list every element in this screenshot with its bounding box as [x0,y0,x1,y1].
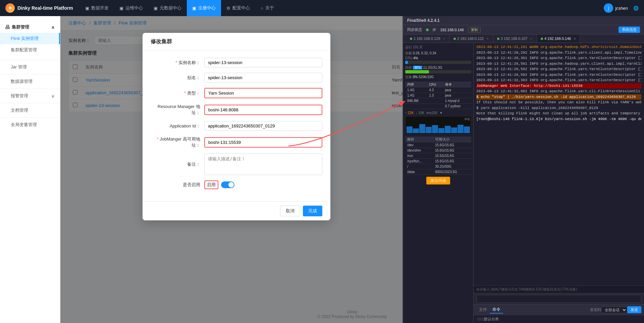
swap-label: 交换 0% 520K/10G [405,75,471,79]
terminal-output: 2023-09-13 12:41:21,161 WARN org.apache.… [474,43,644,285]
sidebar-item-alert[interactable]: 报警管理 ∨ [0,90,60,102]
app-logo[interactable]: ✦ Dinky Real-time Platform [5,3,73,13]
copy-button[interactable]: 复制 [468,27,481,33]
sidebar-cluster-section[interactable]: 品 集群管理 ∧ [0,21,60,33]
modal-footer: 取消 完成 [143,201,330,220]
log-line: Note that killing Flink might not clean … [476,111,641,116]
enable-text-label: 启用 [204,180,218,189]
terminal-tab-4[interactable]: 4 192.168.0.146 × [537,35,580,43]
nav-config[interactable]: ⚙ 配置中心 [221,0,255,16]
load-label: 负载 0.28, 0.32, 0.34 [405,51,471,56]
toggle-row: 启用 [204,180,234,189]
nav-data-dev[interactable]: ▣ 数据开发 [80,0,114,16]
form-row-resource-manager: Resource Manager 地址： [151,104,322,116]
bottom-bar: 文件 命令 发送到 全部会话 发送 [474,304,644,315]
send-button[interactable]: 发送 [627,306,641,313]
terminal-right: 2023-09-13 12:41:21,161 WARN org.apache.… [474,43,644,323]
sidebar-item-cluster-config[interactable]: 集群配置管理 [0,44,60,56]
sync-status-label: 同步状态 [407,27,422,32]
cmd-input[interactable] [476,295,641,303]
enable-toggle[interactable] [221,181,234,188]
form-row-app-id: Application Id： [151,121,322,131]
nav-register[interactable]: ▣ 注册中心 [187,0,221,16]
app-title: Dinky Real-time Platform [17,5,73,11]
nav-metadata[interactable]: ▣ 元数据中心 [148,0,187,16]
log-line: 2023-09-13 12:41:26,592 INFO org.apache.… [476,66,641,72]
log-line: If this should not be possible, then you… [476,100,641,105]
app-id-input[interactable] [204,121,322,131]
main-layout: 品 集群管理 ∧ Flink 实例管理 集群配置管理 Jar 管理 数据源管理 … [0,16,644,323]
log-line-cmd: [root@boshi-146 flink-1.13.6]# bin/yarn-… [476,116,641,122]
nav-ops[interactable]: ▣ 运维中心 [114,0,148,16]
tab4-close[interactable]: × [574,37,576,41]
process-row: 846.8M1 mysql d [405,98,471,104]
log-line: 2023-09-13 12:41:32,363 INFO org.apache.… [476,77,641,83]
sys-info-panel: 运行 131 天 负载 0.28, 0.32, 0.34 CPU 4% 内存 3… [403,43,474,323]
log-line: 2023-09-13 12:41:32,602 INFO org.apache.… [476,89,641,94]
cmd-hint: 命令输入 (按ALT键提示历史,TAB键路径,ESC键返回,双击CTRL切换) [474,285,644,293]
tab2-dot [453,38,456,40]
sidebar-item-datasource[interactable]: 数据源管理 [0,76,60,87]
terminal-tab-3[interactable]: 3 192.168.0.107 × [493,35,537,43]
upgrade-button[interactable]: 激活/升级 [426,177,450,184]
tab3-dot [497,38,499,40]
log-line-jobmanager-url: JobManager Web Interface: http://boshi-1… [476,83,641,89]
resource-manager-label: Resource Manager 地址： [151,104,204,116]
nav-about[interactable]: ○ 关于 [255,0,279,16]
log-line: 2023-09-13 12:41:26,361 INFO org.apache.… [476,55,641,61]
tab-file[interactable]: 文件 [476,306,490,313]
disk-row: /sys/fs/c...15.6G/15.6G [405,159,471,164]
tab-command[interactable]: 命令 [490,306,503,314]
runtime-label: 运行 131 天 [405,45,471,50]
send-to-select[interactable]: 全部会话 [601,307,627,313]
sidebar-item-global-vars[interactable]: 全局变量管理 [0,119,60,130]
form-row-jobmanager: * JobManger 高可用地址： [151,136,322,148]
form-row-type: * 类型： [151,88,322,98]
cmd-input-row [474,293,644,304]
sys-info-button[interactable]: 系统信息 [619,26,640,33]
alias-label: 别名： [151,75,204,81]
note-label: 备注： [151,161,204,167]
cancel-button[interactable]: 取消 [280,206,300,216]
instance-name-input[interactable] [204,58,322,67]
type-input[interactable] [204,88,322,98]
log-line: $ yarn application -kill application_169… [476,105,641,111]
note-textarea[interactable] [204,154,322,175]
jobmanager-label: * JobManger 高可用地址： [151,136,204,148]
jobmanager-input[interactable] [204,137,322,148]
user-avatar: j [604,3,613,13]
disk-row: /39.2G/50G [405,164,471,169]
confirm-button[interactable]: 完成 [303,206,322,216]
disk-row: /data000G/1023.5G [405,169,471,175]
tab2-close[interactable]: × [487,37,489,41]
terminal-titlebar: FinalShell 4.2.4.1 [403,16,644,25]
type-label: * 类型： [151,90,204,96]
terminal-tab-2[interactable]: 2 192.168.0.122 × [449,35,493,43]
resource-manager-input[interactable] [204,105,322,115]
process-row: 0.7 python [405,104,471,109]
sync-dot [426,29,429,31]
sidebar-item-jar[interactable]: Jar 管理 [0,61,60,73]
modal-overlay: 修改集群 * 实例名称： 别名： [60,16,644,323]
log-line: 2023-09-13 12:41:21,161 WARN org.apache.… [476,44,641,50]
nav-about-icon: ○ [261,6,263,11]
disk-table: 路径 可用/大小 /dev15.6G/15.6G /dev/shm15.6G/1… [405,137,471,175]
alias-input[interactable] [204,73,322,83]
logo-icon: ✦ [5,3,15,13]
terminal-main: 运行 131 天 负载 0.28, 0.32, 0.34 CPU 4% 内存 3… [403,43,644,323]
lang-icon[interactable]: 🌐 [633,6,639,11]
alert-expand-icon: ∨ [51,94,55,99]
sidebar-item-flink[interactable]: Flink 实例管理 [0,33,60,44]
terminal-tab-1[interactable]: 1 192.168.0.129 × [406,35,449,43]
tab3-close[interactable]: × [530,37,532,41]
tab1-dot [410,38,412,40]
folder-item[interactable]: □ □ 默认分类 [478,317,640,322]
terminal-title: FinalShell 4.2.4.1 [407,18,440,23]
form-row-alias: 别名： [151,73,322,83]
tab1-close[interactable]: × [443,37,445,41]
user-menu[interactable]: j jcshen [604,3,628,13]
sidebar: 品 集群管理 ∧ Flink 实例管理 集群配置管理 Jar 管理 数据源管理 … [0,16,60,323]
cpu-label: CPU 4% [405,56,471,64]
send-to-label: 发送到 [590,307,601,312]
sidebar-item-docs[interactable]: 文档管理 [0,105,60,116]
